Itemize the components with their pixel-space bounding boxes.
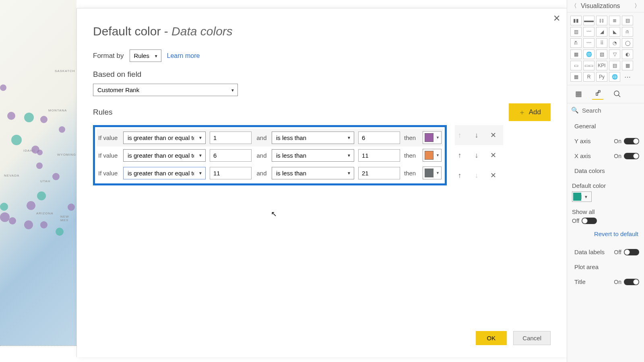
rule-color-picker[interactable]: ▼ xyxy=(423,131,442,144)
viz-type-line[interactable]: 〰 xyxy=(583,27,594,37)
revert-to-default-link[interactable]: Revert to default xyxy=(567,228,644,243)
viz-type-card[interactable]: ▭ xyxy=(570,61,582,70)
ok-button[interactable]: OK xyxy=(476,331,507,345)
color-swatch-box xyxy=(425,133,433,142)
format-section-data-labels[interactable]: Data labels Off xyxy=(571,245,640,259)
pane-forward-button[interactable]: 〉 xyxy=(633,2,642,10)
viz-type-matrix[interactable]: ▦ xyxy=(570,72,582,82)
map-label: ARIZONA xyxy=(36,212,54,215)
plus-icon: ＋ xyxy=(518,107,526,117)
rule-value-1-input[interactable] xyxy=(210,167,252,179)
default-color-picker[interactable]: ▼ xyxy=(572,191,592,202)
conditional-formatting-dialog: ✕ Default color - Data colors Format by … xyxy=(76,8,567,357)
analytics-tab[interactable] xyxy=(611,88,623,100)
rule-move-down-button[interactable]: ↓ xyxy=(472,151,481,160)
rule-move-up-button[interactable]: ↑ xyxy=(455,151,464,160)
rule-operator-2-select[interactable]: is less than xyxy=(272,149,354,162)
viz-type-clustered-bar[interactable]: ⫿⫿ xyxy=(596,16,607,25)
format-section-title[interactable]: Title On xyxy=(571,274,640,289)
rule-move-up-button: ↑ xyxy=(455,131,464,140)
show-all-toggle[interactable] xyxy=(582,218,597,224)
format-section-plot-area[interactable]: Plot area xyxy=(571,259,640,274)
rule-delete-button[interactable]: ✕ xyxy=(489,171,498,180)
x-axis-toggle[interactable] xyxy=(624,153,639,159)
rule-color-picker[interactable]: ▼ xyxy=(423,149,442,162)
viz-type-r-visual[interactable]: R xyxy=(583,72,594,82)
rule-value-2-input[interactable] xyxy=(358,149,400,162)
viz-type-treemap[interactable]: ▦ xyxy=(570,49,582,59)
if-value-label: If value xyxy=(98,134,119,141)
rule-delete-button[interactable]: ✕ xyxy=(489,131,498,140)
viz-type-clustered-bar-h[interactable]: ≣ xyxy=(609,16,620,25)
viz-type-area[interactable]: ◢ xyxy=(596,27,607,37)
rule-color-picker[interactable]: ▼ xyxy=(423,167,442,179)
default-color-label: Default color xyxy=(572,182,639,189)
viz-type-stacked-area[interactable]: ◣ xyxy=(609,27,620,37)
viz-type-table[interactable]: ▦ xyxy=(622,61,633,70)
chevron-down-icon: ▼ xyxy=(581,195,590,199)
data-labels-toggle[interactable] xyxy=(624,249,639,255)
viz-type-100-stacked[interactable]: ▤ xyxy=(622,16,633,25)
y-axis-toggle[interactable] xyxy=(624,138,639,144)
rule-operator-1-select[interactable]: is greater than or equal to xyxy=(123,167,206,179)
rule-move-up-button[interactable]: ↑ xyxy=(455,171,464,180)
viz-type-100-stacked-h[interactable]: ▥ xyxy=(570,27,582,37)
rule-value-1-input[interactable] xyxy=(210,132,252,144)
map-label: MONTANA xyxy=(48,109,67,112)
rule-operator-1-select[interactable]: is greater than or equal to xyxy=(123,149,206,162)
color-swatch-box xyxy=(425,151,433,160)
rule-value-1-input[interactable] xyxy=(210,149,252,162)
if-value-label: If value xyxy=(98,170,119,177)
viz-type-map[interactable]: 🌐 xyxy=(583,49,594,59)
viz-type-py-visual[interactable]: Py xyxy=(596,72,607,82)
viz-type-line-col[interactable]: ⫚ xyxy=(570,38,582,48)
viz-type-stacked-bar[interactable]: ▮▮ xyxy=(570,16,582,25)
based-on-field-select[interactable]: Customer Rank xyxy=(93,84,238,96)
title-toggle[interactable] xyxy=(624,279,639,285)
chevron-down-icon: ▼ xyxy=(436,171,440,175)
map-label: NEVADA xyxy=(4,174,19,177)
learn-more-link[interactable]: Learn more xyxy=(167,52,200,60)
format-by-select[interactable]: Rules xyxy=(130,49,161,62)
format-search[interactable]: 🔍 Search xyxy=(567,103,644,117)
format-section-general[interactable]: General xyxy=(571,119,640,134)
cancel-button[interactable]: Cancel xyxy=(513,331,551,345)
viz-type-ribbon[interactable]: 〰 xyxy=(583,38,594,48)
viz-type-donut[interactable]: ◯ xyxy=(622,38,633,48)
rule-row: If value is greater than or equal to and… xyxy=(97,164,443,182)
viz-type-multi-card[interactable]: ▭▭ xyxy=(583,61,594,70)
viz-type-scatter[interactable]: ⠿ xyxy=(596,38,607,48)
rule-operator-2-select[interactable]: is less than xyxy=(272,132,354,144)
viz-more-button[interactable]: ⋯ xyxy=(622,72,633,82)
fields-tab[interactable]: ▦ xyxy=(573,88,584,100)
then-label: then xyxy=(404,170,419,177)
chevron-down-icon: ▼ xyxy=(436,136,440,140)
map-label: WYOMING xyxy=(57,153,76,156)
rule-operator-1-select[interactable]: is greater than or equal to xyxy=(123,132,206,144)
rule-value-2-input[interactable] xyxy=(358,132,400,144)
format-section-x-axis[interactable]: X axis On xyxy=(571,148,640,163)
visualizations-title: Visualizations xyxy=(581,2,630,10)
add-rule-button[interactable]: ＋ Add xyxy=(509,103,551,121)
rule-value-2-input[interactable] xyxy=(358,167,400,179)
viz-type-filled-map[interactable]: ▧ xyxy=(596,49,607,59)
rule-move-down-button[interactable]: ↓ xyxy=(472,131,481,140)
viz-type-line-bar[interactable]: ⫙ xyxy=(622,27,633,37)
format-section-y-axis[interactable]: Y axis On xyxy=(571,134,640,148)
color-swatch-box xyxy=(573,193,581,201)
viz-type-pie[interactable]: ◔ xyxy=(609,38,620,48)
viz-type-funnel[interactable]: ▽ xyxy=(609,49,620,59)
viz-type-kpi[interactable]: KPI xyxy=(596,61,607,70)
color-swatch-box xyxy=(425,169,433,177)
pane-back-button[interactable]: 〈 xyxy=(570,2,578,10)
viz-type-arcgis[interactable]: 🌐 xyxy=(609,72,620,82)
map-label: UTAH xyxy=(40,179,50,183)
format-tab[interactable] xyxy=(592,88,603,100)
rule-operator-2-select[interactable]: is less than xyxy=(272,167,354,179)
viz-type-stacked-bar-h[interactable]: ▬▬ xyxy=(583,16,594,25)
viz-type-slicer[interactable]: ▤ xyxy=(609,61,620,70)
viz-type-gauge[interactable]: ◐ xyxy=(622,49,633,59)
format-section-data-colors[interactable]: Data colors xyxy=(571,163,640,178)
rule-delete-button[interactable]: ✕ xyxy=(489,151,498,160)
show-all-label: Show all xyxy=(572,208,639,215)
